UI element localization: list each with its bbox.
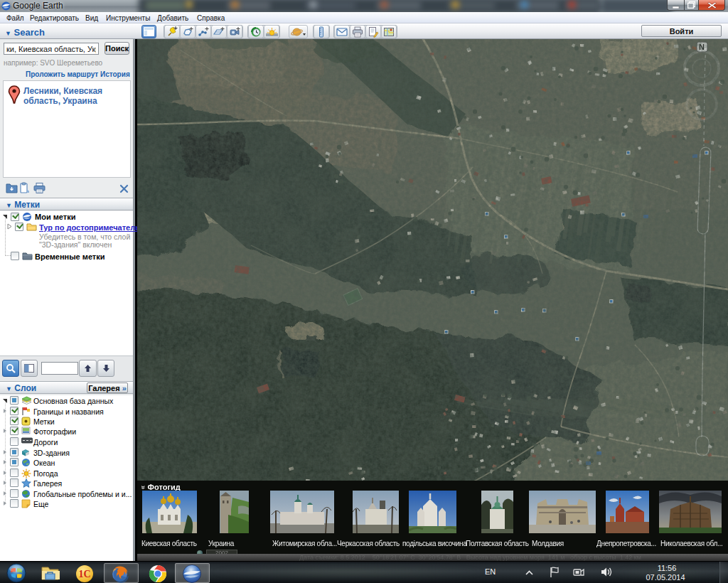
svg-text:1С: 1С (78, 569, 90, 579)
